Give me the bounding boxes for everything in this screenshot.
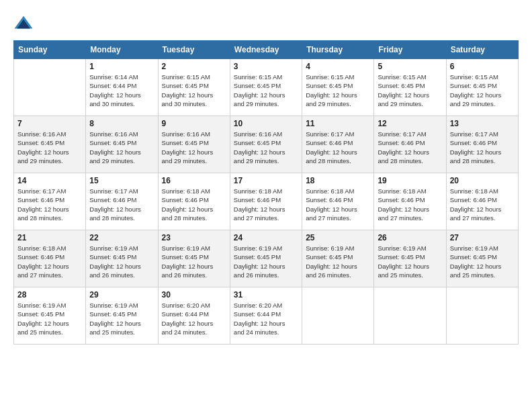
sunrise-text: Sunrise: 6:19 AM	[306, 244, 354, 252]
calendar-cell: 9Sunrise: 6:16 AM Sunset: 6:45 PM Daylig…	[158, 116, 230, 173]
daylight-text-2: and 29 minutes.	[306, 100, 351, 107]
day-number: 2	[162, 62, 226, 71]
sunset-text: Sunset: 6:45 PM	[89, 253, 136, 261]
sunrise-text: Sunrise: 6:16 AM	[234, 130, 282, 138]
day-info: Sunrise: 6:15 AM Sunset: 6:45 PM Dayligh…	[450, 73, 515, 108]
day-number: 30	[162, 290, 226, 300]
day-number: 3	[234, 62, 298, 71]
day-info: Sunrise: 6:18 AM Sunset: 6:46 PM Dayligh…	[234, 187, 298, 222]
day-number: 19	[378, 176, 442, 185]
daylight-text: Daylight: 12 hours	[234, 263, 285, 270]
daylight-text-2: and 28 minutes.	[162, 214, 208, 222]
daylight-text-2: and 29 minutes.	[450, 100, 496, 107]
daylight-text: Daylight: 12 hours	[450, 148, 502, 156]
calendar-cell: 20Sunrise: 6:18 AM Sunset: 6:46 PM Dayli…	[446, 173, 518, 230]
logo	[13, 13, 36, 34]
daylight-text: Daylight: 12 hours	[378, 148, 429, 156]
calendar-cell: 28Sunrise: 6:19 AM Sunset: 6:45 PM Dayli…	[14, 287, 86, 345]
sunset-text: Sunset: 6:46 PM	[17, 196, 64, 203]
sunset-text: Sunset: 6:45 PM	[378, 253, 425, 261]
daylight-text-2: and 25 minutes.	[378, 271, 423, 279]
sunset-text: Sunset: 6:45 PM	[162, 253, 209, 261]
sunrise-text: Sunrise: 6:15 AM	[450, 73, 498, 81]
day-number: 14	[17, 176, 82, 185]
calendar-cell: 1Sunrise: 6:14 AM Sunset: 6:44 PM Daylig…	[86, 59, 158, 116]
calendar-header-row: SundayMondayTuesdayWednesdayThursdayFrid…	[14, 41, 519, 59]
daylight-text: Daylight: 12 hours	[17, 205, 69, 213]
sunset-text: Sunset: 6:46 PM	[162, 196, 209, 203]
calendar-cell: 13Sunrise: 6:17 AM Sunset: 6:46 PM Dayli…	[446, 116, 518, 173]
day-info: Sunrise: 6:15 AM Sunset: 6:45 PM Dayligh…	[234, 73, 298, 108]
sunset-text: Sunset: 6:44 PM	[162, 310, 209, 318]
day-number: 23	[162, 233, 226, 242]
calendar-cell: 27Sunrise: 6:19 AM Sunset: 6:45 PM Dayli…	[446, 230, 518, 287]
calendar-cell: 3Sunrise: 6:15 AM Sunset: 6:45 PM Daylig…	[230, 59, 302, 116]
day-header-monday: Monday	[86, 41, 158, 59]
sunset-text: Sunset: 6:45 PM	[162, 82, 209, 89]
calendar-week-row: 1Sunrise: 6:14 AM Sunset: 6:44 PM Daylig…	[14, 59, 519, 116]
sunrise-text: Sunrise: 6:19 AM	[89, 302, 138, 309]
day-header-tuesday: Tuesday	[158, 41, 230, 59]
daylight-text: Daylight: 12 hours	[162, 205, 214, 213]
calendar-cell	[374, 287, 446, 345]
calendar-cell: 19Sunrise: 6:18 AM Sunset: 6:46 PM Dayli…	[374, 173, 446, 230]
calendar-cell	[446, 287, 518, 345]
calendar-cell: 7Sunrise: 6:16 AM Sunset: 6:45 PM Daylig…	[14, 116, 86, 173]
day-info: Sunrise: 6:14 AM Sunset: 6:44 PM Dayligh…	[89, 73, 154, 108]
sunrise-text: Sunrise: 6:20 AM	[234, 302, 282, 309]
daylight-text: Daylight: 12 hours	[162, 263, 214, 270]
sunrise-text: Sunrise: 6:17 AM	[378, 130, 426, 138]
daylight-text-2: and 29 minutes.	[234, 157, 279, 165]
daylight-text: Daylight: 12 hours	[89, 320, 141, 327]
daylight-text: Daylight: 12 hours	[450, 91, 502, 99]
day-number: 27	[450, 233, 515, 242]
day-info: Sunrise: 6:15 AM Sunset: 6:45 PM Dayligh…	[162, 73, 226, 108]
sunset-text: Sunset: 6:46 PM	[450, 139, 497, 146]
calendar-cell: 12Sunrise: 6:17 AM Sunset: 6:46 PM Dayli…	[374, 116, 446, 173]
daylight-text: Daylight: 12 hours	[378, 91, 429, 99]
sunset-text: Sunset: 6:46 PM	[378, 139, 425, 146]
day-info: Sunrise: 6:20 AM Sunset: 6:44 PM Dayligh…	[234, 301, 298, 336]
daylight-text-2: and 28 minutes.	[306, 157, 351, 165]
day-info: Sunrise: 6:19 AM Sunset: 6:45 PM Dayligh…	[450, 244, 515, 279]
sunrise-text: Sunrise: 6:18 AM	[450, 187, 498, 195]
daylight-text-2: and 28 minutes.	[450, 157, 496, 165]
daylight-text-2: and 26 minutes.	[89, 271, 135, 279]
sunrise-text: Sunrise: 6:18 AM	[306, 187, 354, 195]
daylight-text-2: and 30 minutes.	[162, 100, 208, 107]
sunrise-text: Sunrise: 6:19 AM	[450, 244, 498, 252]
day-number: 15	[89, 176, 154, 185]
day-number: 16	[162, 176, 226, 185]
day-number: 4	[306, 62, 370, 71]
calendar-week-row: 28Sunrise: 6:19 AM Sunset: 6:45 PM Dayli…	[14, 287, 519, 345]
sunset-text: Sunset: 6:46 PM	[17, 253, 64, 261]
day-info: Sunrise: 6:19 AM Sunset: 6:45 PM Dayligh…	[306, 244, 370, 279]
day-number: 22	[89, 233, 154, 242]
calendar-cell: 29Sunrise: 6:19 AM Sunset: 6:45 PM Dayli…	[86, 287, 158, 345]
day-info: Sunrise: 6:19 AM Sunset: 6:45 PM Dayligh…	[234, 244, 298, 279]
daylight-text-2: and 25 minutes.	[89, 328, 135, 336]
calendar-week-row: 14Sunrise: 6:17 AM Sunset: 6:46 PM Dayli…	[14, 173, 519, 230]
calendar-cell	[302, 287, 374, 345]
daylight-text-2: and 26 minutes.	[306, 271, 351, 279]
day-info: Sunrise: 6:16 AM Sunset: 6:45 PM Dayligh…	[234, 130, 298, 165]
logo-icon	[13, 13, 34, 34]
day-number: 12	[378, 119, 442, 128]
sunset-text: Sunset: 6:45 PM	[450, 253, 497, 261]
day-number: 1	[89, 62, 154, 71]
day-number: 10	[234, 119, 298, 128]
sunset-text: Sunset: 6:46 PM	[306, 139, 353, 146]
daylight-text-2: and 29 minutes.	[17, 157, 63, 165]
day-info: Sunrise: 6:18 AM Sunset: 6:46 PM Dayligh…	[378, 187, 442, 222]
calendar-week-row: 7Sunrise: 6:16 AM Sunset: 6:45 PM Daylig…	[14, 116, 519, 173]
day-info: Sunrise: 6:18 AM Sunset: 6:46 PM Dayligh…	[306, 187, 370, 222]
day-header-thursday: Thursday	[302, 41, 374, 59]
sunrise-text: Sunrise: 6:17 AM	[306, 130, 354, 138]
calendar-cell: 26Sunrise: 6:19 AM Sunset: 6:45 PM Dayli…	[374, 230, 446, 287]
daylight-text-2: and 29 minutes.	[378, 100, 423, 107]
calendar-cell: 18Sunrise: 6:18 AM Sunset: 6:46 PM Dayli…	[302, 173, 374, 230]
calendar-cell: 25Sunrise: 6:19 AM Sunset: 6:45 PM Dayli…	[302, 230, 374, 287]
calendar-cell: 2Sunrise: 6:15 AM Sunset: 6:45 PM Daylig…	[158, 59, 230, 116]
day-number: 29	[89, 290, 154, 300]
sunrise-text: Sunrise: 6:18 AM	[162, 187, 210, 195]
